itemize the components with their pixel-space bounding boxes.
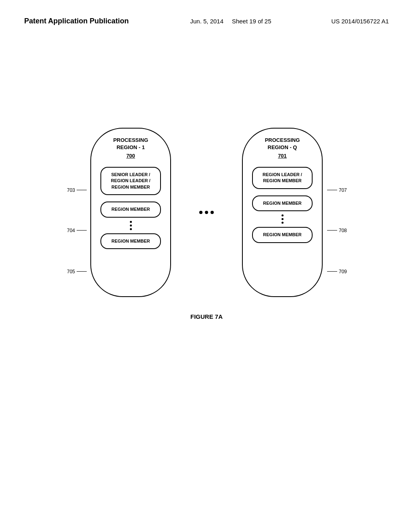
ref-703-text: 703	[67, 187, 75, 193]
page-header: Patent Application Publication Jun. 5, 2…	[0, 0, 413, 34]
ref-709: 709	[327, 269, 347, 274]
ref-707-text: 707	[339, 187, 347, 193]
member-box-709: REGION MEMBER	[252, 227, 313, 243]
region-q-box: PROCESSINGREGION - Q 701 REGION LEADER /…	[242, 128, 323, 297]
horizontal-dots	[199, 211, 214, 214]
main-content: 703 704 705 PROCESSINGREGION - 1 700	[0, 34, 413, 397]
regionQ-number: 701	[278, 153, 287, 159]
diagram-container: 703 704 705 PROCESSINGREGION - 1 700	[90, 128, 323, 320]
publication-title-text: Patent Application Publication	[24, 17, 129, 25]
sheet-label: Sheet 19 of 25	[232, 18, 271, 25]
ref-709-text: 709	[339, 269, 347, 274]
h-dot-2	[205, 211, 208, 214]
ref-708-text: 708	[339, 228, 347, 233]
region1-number: 700	[126, 153, 135, 159]
member-box-704: REGION MEMBER	[100, 202, 161, 217]
ref-704-text: 704	[67, 228, 75, 233]
ref-705: 705	[67, 269, 87, 274]
region1-wrapper: 703 704 705 PROCESSINGREGION - 1 700	[90, 128, 171, 297]
publication-title: Patent Application Publication	[24, 16, 153, 26]
vertical-dots-regionQ	[282, 214, 284, 224]
member-box-705: REGION MEMBER	[100, 233, 161, 249]
ref-704: 704	[67, 228, 87, 233]
h-dot-1	[199, 211, 202, 214]
patent-number-text: US 2014/0156722 A1	[331, 18, 389, 25]
region-1-box: PROCESSINGREGION - 1 700 SENIOR LEADER /…	[90, 128, 171, 297]
member-box-708: REGION MEMBER	[252, 195, 313, 211]
regionQ-wrapper: 707 708 709 PROCESSINGREGION - Q 701 REG…	[242, 128, 323, 297]
header-meta: Jun. 5, 2014 Sheet 19 of 25	[153, 16, 308, 25]
ref-703: 703	[67, 187, 87, 193]
regionQ-title: PROCESSINGREGION - Q	[265, 137, 300, 151]
member-box-707: REGION LEADER /REGION MEMBER	[252, 167, 313, 189]
ref-707: 707	[327, 187, 347, 193]
diagram-row: 703 704 705 PROCESSINGREGION - 1 700	[90, 128, 323, 297]
figure-caption: FIGURE 7A	[190, 313, 223, 320]
patent-number: US 2014/0156722 A1	[308, 16, 389, 25]
h-dot-3	[211, 211, 214, 214]
date-label: Jun. 5, 2014	[190, 18, 223, 25]
ref-708: 708	[327, 228, 347, 233]
ref-705-text: 705	[67, 269, 75, 274]
vertical-dots-region1	[130, 221, 132, 230]
region1-title: PROCESSINGREGION - 1	[113, 137, 148, 151]
member-box-703: SENIOR LEADER /REGION LEADER /REGION MEM…	[100, 167, 161, 195]
